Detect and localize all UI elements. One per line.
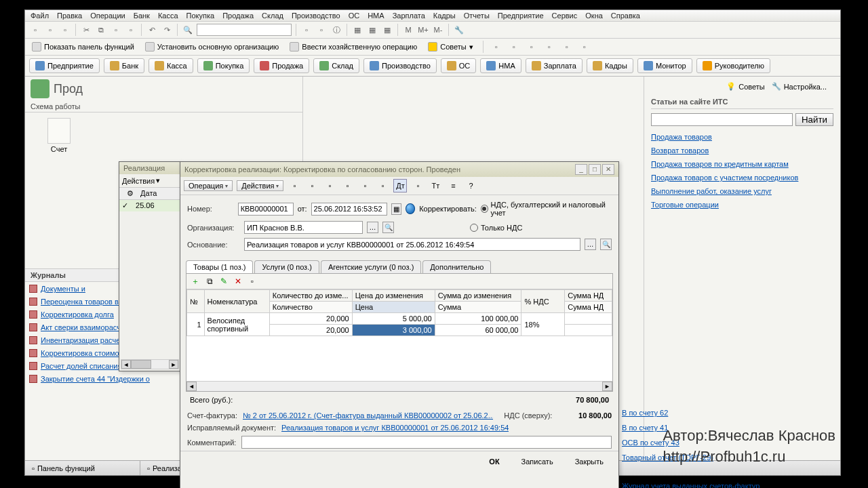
partial-link[interactable]: Товарный отчет (ТОРГ-29) bbox=[622, 450, 644, 465]
save-icon[interactable]: ▫ bbox=[59, 24, 71, 36]
table-row[interactable]: 1 Велосипед спортивный 20,000 5 000,00 1… bbox=[187, 313, 612, 325]
tb-icon[interactable]: ▫ bbox=[323, 179, 336, 192]
mminus-icon[interactable]: M- bbox=[432, 24, 444, 36]
section-bank[interactable]: Банк bbox=[104, 58, 144, 73]
section-production[interactable]: Производство bbox=[363, 58, 437, 73]
ok-button[interactable]: ОК bbox=[481, 455, 507, 468]
grid-icon[interactable]: ▦ bbox=[351, 24, 363, 36]
org-search-icon[interactable]: 🔍 bbox=[382, 222, 394, 233]
tb-icon[interactable]: ≡ bbox=[446, 179, 460, 192]
manual-op-button[interactable]: Ввести хозяйственную операцию bbox=[287, 41, 420, 53]
tb-icon-active[interactable]: Дт bbox=[393, 179, 407, 192]
its-link[interactable]: Возврат товаров bbox=[651, 144, 833, 157]
menu-kassa[interactable]: Касса bbox=[158, 12, 178, 20]
menu-help[interactable]: Справка bbox=[611, 12, 640, 20]
menu-reports[interactable]: Отчеты bbox=[464, 12, 490, 20]
menu-bank[interactable]: Банк bbox=[134, 12, 150, 20]
its-link[interactable]: Продажа товаров с участием посредников bbox=[651, 171, 833, 184]
more-icon[interactable]: ▫ bbox=[246, 275, 258, 287]
menu-purchase[interactable]: Покупка bbox=[186, 12, 215, 20]
menu-windows[interactable]: Окна bbox=[585, 12, 603, 20]
number-input[interactable] bbox=[238, 203, 294, 216]
grid3-icon[interactable]: ▦ bbox=[381, 24, 393, 36]
section-stock[interactable]: Склад bbox=[313, 58, 359, 73]
section-os[interactable]: ОС bbox=[441, 58, 477, 73]
maximize-button[interactable]: □ bbox=[589, 164, 601, 175]
tab-agent[interactable]: Агентские услуги (0 поз.) bbox=[321, 260, 421, 273]
settings-link[interactable]: 🔧 Настройка... bbox=[772, 82, 827, 91]
ex2-icon[interactable]: ▫ bbox=[508, 41, 520, 53]
help-icon[interactable]: ? bbox=[464, 179, 477, 192]
its-link[interactable]: Продажа товаров по кредитным картам bbox=[651, 157, 833, 171]
tb-icon[interactable]: Tт bbox=[429, 179, 442, 192]
menu-enterprise[interactable]: Предприятие bbox=[498, 12, 544, 20]
comment-input[interactable] bbox=[241, 436, 612, 449]
menu-hr[interactable]: Кадры bbox=[433, 12, 456, 20]
menu-production[interactable]: Производство bbox=[292, 12, 340, 20]
menu-edit[interactable]: Правка bbox=[57, 12, 82, 20]
tips-link[interactable]: 💡 Советы bbox=[726, 82, 764, 91]
radio-nds-full[interactable]: НДС, бухгалтерский и налоговый учет bbox=[481, 201, 606, 217]
actions-dropdown[interactable]: Действия bbox=[237, 180, 283, 191]
tb-icon[interactable]: ▫ bbox=[305, 179, 319, 192]
grid-h-scrollbar[interactable]: ◄► bbox=[186, 381, 612, 391]
tips-button[interactable]: Советы ▾ bbox=[425, 41, 475, 53]
ex4-icon[interactable]: ▫ bbox=[543, 41, 555, 53]
menu-file[interactable]: Файл bbox=[31, 12, 49, 20]
info-icon[interactable]: ⓘ bbox=[330, 24, 342, 36]
section-kassa[interactable]: Касса bbox=[149, 58, 193, 73]
ex3-icon[interactable]: ▫ bbox=[526, 41, 538, 53]
search-combo[interactable] bbox=[197, 24, 292, 36]
its-find-button[interactable]: Найти bbox=[795, 113, 833, 126]
tb-icon[interactable]: ▫ bbox=[340, 179, 354, 192]
new-icon[interactable]: ▫ bbox=[29, 24, 41, 36]
ex1-icon[interactable]: ▫ bbox=[490, 41, 502, 53]
print-icon[interactable]: ▫ bbox=[125, 24, 137, 36]
m-icon[interactable]: M bbox=[402, 24, 414, 36]
tb-icon[interactable]: ▫ bbox=[358, 179, 372, 192]
redo-icon[interactable]: ↷ bbox=[161, 24, 173, 36]
menu-salary[interactable]: Зарплата bbox=[393, 12, 425, 20]
open-icon[interactable]: ▫ bbox=[44, 24, 56, 36]
corrected-link[interactable]: Реализация товаров и услуг КВВ00000001 о… bbox=[281, 424, 509, 432]
section-salary[interactable]: Зарплата bbox=[526, 58, 583, 73]
tb-icon[interactable]: ▫ bbox=[411, 179, 425, 192]
ex6-icon[interactable]: ▫ bbox=[578, 41, 591, 53]
tab-extra[interactable]: Дополнительно bbox=[422, 260, 491, 273]
section-sale[interactable]: Продажа bbox=[254, 58, 309, 73]
menu-nma[interactable]: НМА bbox=[368, 12, 384, 20]
ex5-icon[interactable]: ▫ bbox=[561, 41, 573, 53]
save-button[interactable]: Записать bbox=[513, 455, 561, 468]
its-link[interactable]: Торговые операции bbox=[651, 198, 833, 211]
delete-row-icon[interactable]: ✕ bbox=[232, 275, 244, 287]
paste-icon[interactable]: ▫ bbox=[110, 24, 122, 36]
section-monitor[interactable]: Монитор bbox=[637, 58, 692, 73]
base-select-icon[interactable]: … bbox=[585, 239, 596, 250]
its-link[interactable]: Выполнение работ, оказание услуг bbox=[651, 184, 833, 198]
section-manager[interactable]: Руководителю bbox=[696, 58, 770, 73]
calendar-icon[interactable]: ▫ bbox=[315, 24, 328, 36]
section-enterprise[interactable]: Предприятие bbox=[29, 58, 100, 73]
show-panel-button[interactable]: Показать панель функций bbox=[29, 41, 137, 53]
its-link[interactable]: Продажа товаров bbox=[651, 130, 833, 144]
menu-os[interactable]: ОС bbox=[349, 12, 360, 20]
org-select-icon[interactable]: … bbox=[367, 222, 378, 233]
partial-link[interactable]: ОСВ по счету 43 bbox=[622, 435, 644, 450]
undo-icon[interactable]: ↶ bbox=[146, 24, 158, 36]
close-dialog-button[interactable]: Закрыть bbox=[567, 455, 612, 468]
status-tab-panel[interactable]: ▫Панель функций bbox=[25, 461, 140, 475]
search-icon[interactable]: 🔍 bbox=[182, 24, 194, 36]
add-row-icon[interactable]: ＋ bbox=[189, 275, 201, 287]
set-org-button[interactable]: Установить основную организацию bbox=[142, 41, 282, 53]
grid2-icon[interactable]: ▦ bbox=[366, 24, 378, 36]
h-scrollbar[interactable]: ◄► bbox=[121, 359, 179, 369]
minimize-button[interactable]: _ bbox=[575, 164, 587, 175]
menu-operations[interactable]: Операции bbox=[90, 12, 125, 20]
section-nma[interactable]: НМА bbox=[480, 58, 521, 73]
wrench-icon[interactable]: 🔧 bbox=[453, 24, 465, 36]
section-hr[interactable]: Кадры bbox=[587, 58, 633, 73]
menu-service[interactable]: Сервис bbox=[552, 12, 578, 20]
menu-stock[interactable]: Склад bbox=[262, 12, 283, 20]
radio-nds-only[interactable]: Только НДС bbox=[470, 224, 522, 232]
base-input[interactable] bbox=[244, 238, 580, 251]
